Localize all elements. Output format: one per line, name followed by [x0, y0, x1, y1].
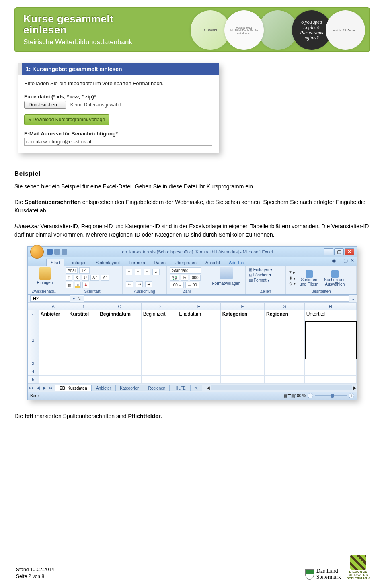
font-name-dropdown[interactable]: Arial — [66, 267, 78, 274]
currency-icon[interactable]: 💱 — [170, 275, 179, 281]
cell-E1[interactable]: Enddatum — [177, 310, 220, 321]
browse-button[interactable]: Durchsuchen… — [24, 101, 66, 109]
tab-seitenlayout[interactable]: Seitenlayout — [92, 259, 124, 266]
cell-B5[interactable] — [68, 376, 99, 384]
align-right-icon[interactable]: ≡ — [144, 269, 150, 275]
restore-icon[interactable]: ▢ — [343, 258, 348, 263]
col-header-H[interactable]: H — [305, 303, 357, 310]
col-header-F[interactable]: F — [221, 303, 265, 310]
redo-icon[interactable] — [62, 249, 67, 255]
border-icon[interactable]: ▦ — [66, 282, 73, 288]
cell-C4[interactable] — [98, 368, 141, 376]
tab-start[interactable]: Start — [46, 259, 64, 266]
number-format-dropdown[interactable]: Standard — [170, 267, 201, 274]
cell-E3[interactable] — [177, 359, 220, 368]
sheet-tab-kategorien[interactable]: Kategorien — [115, 385, 144, 391]
sheet-nav-last-icon[interactable]: ⏭ — [48, 386, 55, 390]
hscrollbar[interactable] — [211, 385, 352, 390]
align-center-icon[interactable]: ≡ — [135, 269, 141, 275]
clear-icon[interactable]: ◇ ▾ — [289, 281, 296, 286]
cell-B4[interactable] — [68, 368, 99, 376]
cell-F1[interactable]: Kategorien — [221, 310, 265, 321]
decimal-inc-icon[interactable]: .00→ — [170, 282, 184, 288]
close-button[interactable]: ✕ — [345, 248, 354, 255]
cell-D3[interactable] — [142, 359, 178, 368]
cell-G5[interactable] — [265, 376, 305, 384]
col-header-C[interactable]: C — [98, 303, 141, 310]
select-all-corner[interactable] — [28, 303, 39, 310]
cell-G2[interactable] — [265, 321, 305, 359]
cell-G3[interactable] — [265, 359, 305, 368]
expand-formula-bar-icon[interactable]: ⌄ — [351, 296, 355, 301]
row-header-1[interactable]: 1 — [28, 310, 39, 321]
email-field[interactable] — [24, 138, 212, 146]
col-header-A[interactable]: A — [39, 303, 68, 310]
font-shrink-icon[interactable]: A˅ — [101, 275, 110, 281]
cell-H2[interactable] — [305, 321, 357, 359]
row-header-2[interactable]: 2 — [28, 321, 39, 359]
autosum-icon[interactable]: Σ ▾ — [289, 271, 296, 275]
name-box[interactable] — [30, 295, 70, 302]
cell-H5[interactable] — [305, 376, 357, 384]
cell-E2[interactable] — [177, 321, 220, 359]
cell-H4[interactable] — [305, 368, 357, 376]
minimize-button[interactable]: – — [324, 248, 333, 255]
cell-F5[interactable] — [221, 376, 265, 384]
view-layout-icon[interactable]: ☰ — [287, 394, 291, 398]
indent-inc-icon[interactable]: ⇥ — [136, 281, 143, 287]
row-header-5[interactable]: 5 — [28, 376, 39, 384]
font-color-icon[interactable]: A — [82, 282, 89, 288]
close-workbook-icon[interactable]: ✕ — [350, 258, 354, 263]
zoom-out-button[interactable]: – — [308, 393, 313, 398]
cell-D4[interactable] — [142, 368, 178, 376]
cell-C2[interactable] — [98, 321, 141, 359]
format-cells-button[interactable]: ▦ Format ▾ — [249, 278, 269, 282]
cell-H3[interactable] — [305, 359, 357, 368]
cell-A1[interactable]: Anbieter — [39, 310, 68, 321]
cell-B1[interactable]: Kurstitel — [68, 310, 99, 321]
cell-H1[interactable]: Untertitel — [305, 310, 357, 321]
find-select-icon[interactable] — [331, 270, 339, 278]
formula-bar[interactable] — [84, 295, 349, 302]
sheet-tab-kursdaten[interactable]: EB_Kursdaten — [55, 385, 92, 391]
align-left-icon[interactable]: ≡ — [126, 269, 132, 275]
fill-color-icon[interactable]: ◊ — [75, 282, 81, 288]
merge-icon[interactable]: ⬌ — [145, 281, 152, 287]
new-sheet-icon[interactable]: ✎ — [190, 385, 202, 391]
col-header-D[interactable]: D — [142, 303, 178, 310]
download-template-button[interactable]: » Download Kursprogramm/Vorlage — [24, 114, 109, 125]
tab-ueberpruefen[interactable]: Überprüfen — [170, 259, 201, 266]
tab-ansicht[interactable]: Ansicht — [201, 259, 224, 266]
sheet-tab-hilfe[interactable]: HILFE — [170, 385, 190, 391]
zoom-in-button[interactable]: + — [349, 393, 354, 398]
italic-button[interactable]: K — [74, 275, 80, 281]
tab-einfuegen[interactable]: Einfügen — [65, 259, 90, 266]
minimize-ribbon-icon[interactable]: – — [338, 258, 341, 263]
sheet-nav-prev-icon[interactable]: ◀ — [35, 386, 41, 390]
font-size-dropdown[interactable]: 12 — [79, 267, 90, 274]
cell-E5[interactable] — [177, 376, 220, 384]
paste-icon[interactable] — [39, 267, 51, 280]
cell-B2[interactable] — [68, 321, 99, 359]
cell-F4[interactable] — [221, 368, 265, 376]
cell-C3[interactable] — [98, 359, 141, 368]
cell-A2[interactable] — [39, 321, 68, 359]
help-icon[interactable]: ◉ — [332, 258, 336, 263]
cell-D2[interactable] — [142, 321, 178, 359]
view-normal-icon[interactable]: ▦ — [284, 394, 287, 398]
cell-A4[interactable] — [39, 368, 68, 376]
styles-icon[interactable] — [220, 267, 233, 279]
namebox-dropdown-icon[interactable]: ▾ — [73, 296, 75, 301]
cell-F2[interactable] — [221, 321, 265, 359]
cell-B3[interactable] — [68, 359, 99, 368]
col-header-G[interactable]: G — [265, 303, 305, 310]
sheet-nav-next-icon[interactable]: ▶ — [41, 386, 48, 390]
percent-icon[interactable]: % — [181, 275, 188, 281]
delete-cells-button[interactable]: ⊟ Löschen ▾ — [249, 273, 271, 277]
undo-icon[interactable] — [54, 249, 60, 255]
cell-A5[interactable] — [39, 376, 68, 384]
fill-icon[interactable]: ⬇ ▾ — [289, 276, 296, 280]
sort-filter-icon[interactable] — [306, 270, 313, 278]
sheet-tab-regionen[interactable]: Regionen — [144, 385, 170, 391]
font-grow-icon[interactable]: A˄ — [90, 275, 99, 281]
